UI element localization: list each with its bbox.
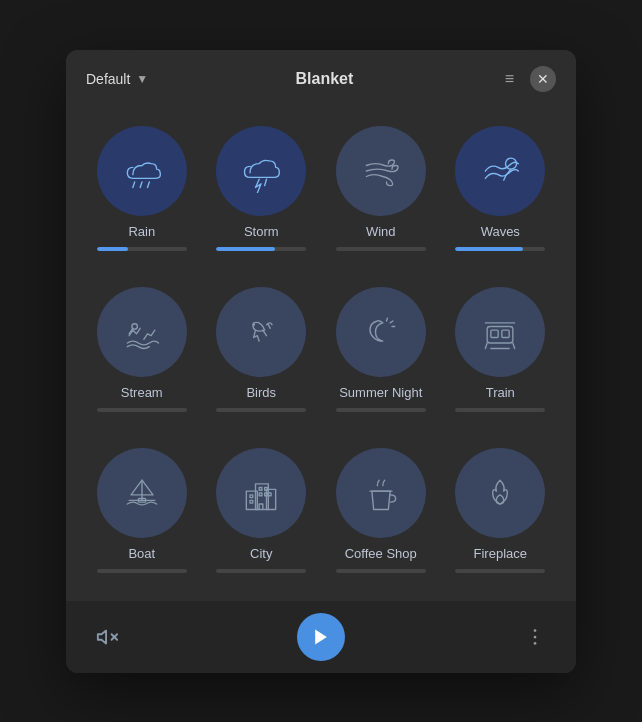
city-progress	[216, 569, 306, 573]
waves-icon	[478, 149, 522, 193]
storm-icon-circle	[216, 126, 306, 216]
more-button[interactable]	[518, 620, 552, 654]
boat-icon	[120, 471, 164, 515]
wind-icon	[359, 149, 403, 193]
waves-icon-circle	[455, 126, 545, 216]
birds-icon	[239, 310, 283, 354]
sound-item-summernight[interactable]: Summer Night	[325, 279, 437, 420]
birds-progress	[216, 408, 306, 412]
wind-progress	[336, 247, 426, 251]
train-label: Train	[486, 385, 515, 400]
stream-icon	[120, 310, 164, 354]
sound-item-coffee[interactable]: Coffee Shop	[325, 440, 437, 581]
profile-selector[interactable]: Default ▼	[86, 71, 148, 87]
svg-point-6	[253, 323, 256, 326]
train-progress	[455, 408, 545, 412]
content-area: Rain Storm	[66, 108, 576, 601]
train-icon-circle	[455, 287, 545, 377]
coffee-label: Coffee Shop	[345, 546, 417, 561]
boat-progress	[97, 569, 187, 573]
summernight-icon	[359, 310, 403, 354]
stream-label: Stream	[121, 385, 163, 400]
menu-button[interactable]: ≡	[501, 66, 518, 92]
sound-item-stream[interactable]: Stream	[86, 279, 198, 420]
sound-item-wind[interactable]: Wind	[325, 118, 437, 259]
sound-item-boat[interactable]: Boat	[86, 440, 198, 581]
play-icon	[311, 627, 331, 647]
storm-progress	[216, 247, 306, 251]
storm-label: Storm	[244, 224, 279, 239]
wind-label: Wind	[366, 224, 396, 239]
stream-progress	[97, 408, 187, 412]
close-button[interactable]: ✕	[530, 66, 556, 92]
summernight-progress	[336, 408, 426, 412]
rain-label: Rain	[128, 224, 155, 239]
coffee-progress	[336, 569, 426, 573]
sound-item-rain[interactable]: Rain	[86, 118, 198, 259]
fireplace-icon-circle	[455, 448, 545, 538]
svg-point-26	[534, 629, 537, 632]
wind-icon-circle	[336, 126, 426, 216]
sound-grid-row1: Rain Storm	[86, 118, 556, 259]
svg-line-0	[133, 182, 135, 188]
menu-icon: ≡	[505, 70, 514, 88]
sound-grid-row3: Boat	[86, 440, 556, 581]
rain-icon-circle	[97, 126, 187, 216]
app-window: Default ▼ Blanket ≡ ✕	[66, 50, 576, 673]
app-title: Blanket	[296, 70, 354, 88]
summernight-icon-circle	[336, 287, 426, 377]
city-icon-circle	[216, 448, 306, 538]
city-icon	[239, 471, 283, 515]
more-icon	[524, 626, 546, 648]
rain-icon	[120, 149, 164, 193]
svg-rect-21	[269, 493, 272, 496]
coffee-icon-circle	[336, 448, 426, 538]
sound-item-storm[interactable]: Storm	[206, 118, 318, 259]
svg-marker-25	[315, 629, 327, 644]
waves-progress	[455, 247, 545, 251]
svg-rect-15	[250, 494, 253, 497]
svg-rect-8	[491, 330, 498, 337]
stream-icon-circle	[97, 287, 187, 377]
sound-item-birds[interactable]: Birds	[206, 279, 318, 420]
close-icon: ✕	[537, 71, 549, 87]
title-bar-actions: ≡ ✕	[501, 66, 556, 92]
svg-rect-16	[250, 500, 253, 503]
fireplace-icon	[478, 471, 522, 515]
fireplace-progress	[455, 569, 545, 573]
birds-icon-circle	[216, 287, 306, 377]
svg-line-3	[265, 179, 267, 185]
storm-icon	[239, 149, 283, 193]
sound-item-fireplace[interactable]: Fireplace	[445, 440, 557, 581]
title-bar: Default ▼ Blanket ≡ ✕	[66, 50, 576, 108]
boat-label: Boat	[128, 546, 155, 561]
rain-progress-fill	[97, 247, 129, 251]
waves-progress-fill	[455, 247, 523, 251]
svg-point-28	[534, 642, 537, 645]
summernight-label: Summer Night	[339, 385, 422, 400]
svg-line-2	[147, 182, 149, 188]
city-label: City	[250, 546, 272, 561]
play-button[interactable]	[297, 613, 345, 661]
svg-rect-17	[259, 487, 262, 490]
coffee-icon	[359, 471, 403, 515]
birds-label: Birds	[246, 385, 276, 400]
volume-icon	[96, 626, 118, 648]
rain-progress	[97, 247, 187, 251]
sound-item-train[interactable]: Train	[445, 279, 557, 420]
profile-label: Default	[86, 71, 130, 87]
sound-item-waves[interactable]: Waves	[445, 118, 557, 259]
sound-item-city[interactable]: City	[206, 440, 318, 581]
svg-point-27	[534, 635, 537, 638]
svg-rect-19	[259, 493, 262, 496]
volume-button[interactable]	[90, 620, 124, 654]
fireplace-label: Fireplace	[474, 546, 527, 561]
svg-marker-22	[98, 630, 106, 643]
storm-progress-fill	[216, 247, 275, 251]
bottom-bar	[66, 601, 576, 673]
train-icon	[478, 310, 522, 354]
dropdown-arrow-icon: ▼	[136, 72, 148, 86]
waves-label: Waves	[481, 224, 520, 239]
boat-icon-circle	[97, 448, 187, 538]
svg-rect-9	[502, 330, 509, 337]
